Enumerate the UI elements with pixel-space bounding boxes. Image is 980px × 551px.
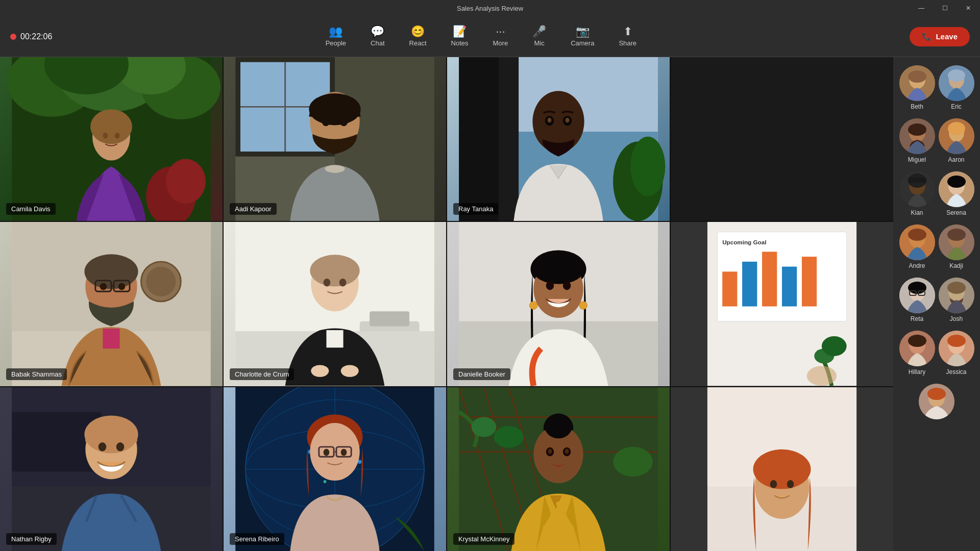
svg-point-21 (340, 117, 348, 127)
chat-label: Chat (371, 39, 384, 47)
avatar-miguel (899, 118, 935, 154)
timer-display: 00:22:06 (20, 32, 52, 41)
name-camila-davis: Camila Davis (6, 203, 56, 215)
mic-label: Mic (534, 39, 545, 47)
svg-point-164 (908, 335, 926, 347)
chat-icon: 💬 (371, 26, 384, 37)
svg-point-121 (822, 336, 847, 356)
svg-point-103 (613, 447, 653, 477)
svg-point-68 (579, 302, 587, 310)
participant-andre[interactable]: Andre (899, 222, 935, 271)
leave-button[interactable]: 📞 Leave (910, 27, 970, 46)
tile-serena-ribeiro[interactable]: Serena Ribeiro (224, 387, 446, 551)
svg-point-45 (118, 283, 126, 290)
participant-hillary[interactable]: Hillary (899, 329, 935, 378)
name-serena-ribeiro: Serena Ribeiro (230, 533, 284, 545)
window-controls: — ☐ ✕ (910, 0, 980, 16)
svg-rect-27 (459, 57, 499, 221)
svg-point-7 (166, 159, 206, 204)
svg-point-20 (322, 117, 330, 127)
avatar-hillary (899, 331, 935, 366)
share-button[interactable]: ⬆ Share (610, 23, 645, 50)
react-button[interactable]: 😊 React (401, 23, 435, 50)
name-serena: Serena (946, 209, 966, 216)
mic-button[interactable]: 🎤 Mic (524, 23, 554, 50)
people-label: People (326, 39, 346, 47)
tile-ray-tanaka[interactable]: Ray Tanaka (447, 57, 670, 221)
svg-point-101 (472, 417, 497, 437)
svg-point-66 (563, 281, 571, 290)
tile-nathan-rigby[interactable]: Nathan Rigby (0, 387, 223, 551)
people-icon: 👥 (329, 26, 342, 37)
more-button[interactable]: ··· More (485, 23, 517, 50)
toolbar-controls: 👥 People 💬 Chat 😊 React 📝 Notes ··· More… (52, 23, 910, 50)
camera-button[interactable]: 📷 Camera (562, 23, 602, 50)
avatar-serena (939, 171, 974, 207)
svg-point-150 (908, 229, 926, 241)
minimize-button[interactable]: — (910, 0, 933, 16)
avatar-eric (939, 65, 974, 101)
svg-point-110 (565, 448, 569, 454)
sidebar-row-7 (893, 382, 980, 423)
name-hillary: Hillary (909, 368, 925, 375)
leave-label: Leave (936, 32, 958, 41)
share-label: Share (619, 39, 636, 47)
participant-kian[interactable]: Kian (899, 169, 935, 218)
close-button[interactable]: ✕ (957, 0, 980, 16)
avatar-reta (899, 278, 935, 313)
svg-point-106 (545, 413, 573, 438)
participant-josh[interactable]: Josh (939, 276, 974, 324)
svg-point-161 (947, 282, 966, 294)
svg-point-102 (494, 426, 523, 448)
recording-timer: 00:22:06 (10, 32, 52, 41)
tile-danielle-booker[interactable]: Danielle Booker (447, 222, 670, 386)
participant-aaron[interactable]: Aaron (939, 116, 974, 165)
mic-icon: 🎤 (532, 26, 546, 37)
titlebar: Sales Analysis Review — ☐ ✕ (0, 0, 980, 16)
avatar-andre (899, 224, 935, 260)
svg-text:Upcoming Goal: Upcoming Goal (722, 239, 766, 245)
recording-indicator (10, 34, 16, 40)
avatar-beth (899, 65, 935, 101)
svg-point-53 (310, 255, 359, 287)
participant-kadji[interactable]: Kadji (939, 222, 974, 271)
tile-presentation[interactable]: Upcoming Goal (671, 222, 893, 386)
svg-point-58 (341, 365, 359, 377)
notes-icon: 📝 (453, 26, 467, 37)
name-miguel: Miguel (908, 156, 926, 163)
tile-babak-shammas[interactable]: Babak Shammas (0, 222, 223, 386)
svg-point-122 (807, 366, 837, 386)
react-label: React (409, 39, 427, 47)
tile-charlotte-de-crum[interactable]: Charlotte de Crum (224, 222, 446, 386)
camera-label: Camera (571, 39, 594, 47)
svg-point-65 (546, 281, 554, 290)
svg-point-29 (630, 137, 665, 196)
svg-point-11 (115, 133, 120, 139)
avatar-extra (919, 384, 954, 419)
participant-beth[interactable]: Beth (899, 63, 935, 112)
notes-label: Notes (451, 39, 469, 47)
participant-extra[interactable] (919, 382, 954, 423)
name-reta: Reta (911, 315, 923, 322)
avatar-kian (899, 171, 935, 207)
people-button[interactable]: 👥 People (317, 23, 354, 50)
tile-aadi-kapoor[interactable]: Aadi Kapoor (224, 57, 446, 221)
window-title: Sales Analysis Review (457, 5, 523, 12)
notes-button[interactable]: 📝 Notes (443, 23, 477, 50)
svg-point-127 (770, 480, 777, 488)
name-charlotte-de-crum: Charlotte de Crum (230, 368, 294, 380)
maximize-button[interactable]: ☐ (933, 0, 957, 16)
participant-serena[interactable]: Serena (939, 169, 974, 218)
tile-row3-col4[interactable] (671, 387, 893, 551)
participant-eric[interactable]: Eric (939, 63, 974, 112)
svg-point-156 (908, 282, 926, 294)
tile-camila-davis[interactable]: Camila Davis (0, 57, 223, 221)
participant-jessica[interactable]: Jessica (939, 329, 974, 378)
participant-miguel[interactable]: Miguel (899, 116, 935, 165)
svg-point-10 (103, 133, 108, 139)
participant-reta[interactable]: Reta (899, 276, 935, 324)
svg-rect-144 (908, 178, 926, 183)
chat-button[interactable]: 💬 Chat (362, 23, 393, 50)
sidebar-row-2: Miguel Aaron (893, 116, 980, 165)
tile-krystal-mckinney[interactable]: Krystal McKinney (447, 387, 670, 551)
